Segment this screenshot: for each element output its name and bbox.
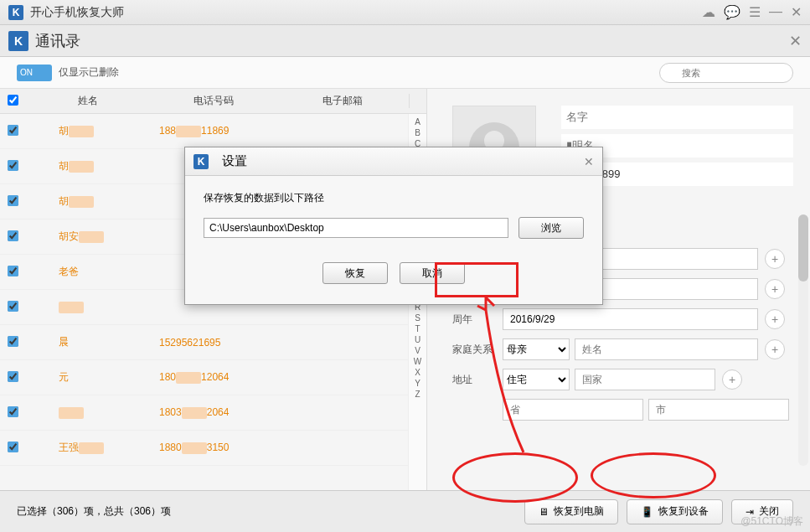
row-phone: 180▮▮12064 — [151, 371, 276, 384]
alpha-letter[interactable]: Y — [415, 379, 420, 388]
row-name: ▮ — [25, 301, 151, 313]
anniversary-input[interactable] — [503, 308, 758, 330]
row-name: 元 — [25, 370, 151, 385]
alpha-letter[interactable]: U — [415, 335, 420, 344]
row-checkbox[interactable] — [8, 160, 18, 171]
add-address-button[interactable]: + — [722, 369, 742, 390]
row-checkbox[interactable] — [8, 195, 18, 206]
row-phone: 15295621695 — [151, 337, 276, 349]
address-city-input[interactable] — [648, 399, 789, 421]
table-header: 姓名 电话号码 电子邮箱 — [0, 89, 426, 114]
add-extra-button[interactable]: + — [765, 249, 785, 269]
alpha-letter[interactable]: S — [415, 313, 420, 323]
row-name: 胡▮▮ — [25, 124, 151, 138]
device-icon: 📱 — [641, 506, 653, 518]
close-icon[interactable]: ✕ — [791, 4, 802, 20]
alpha-letter[interactable]: Z — [415, 390, 420, 399]
row-name: 晨 — [25, 335, 151, 349]
window-titlebar: K 开心手机恢复大师 ☁ 💬 ☰ — ✕ — [0, 0, 810, 25]
address-label: 地址 — [452, 373, 503, 387]
anniversary-label: 周年 — [452, 312, 503, 327]
modal-label: 保存恢复的数据到以下路径 — [204, 191, 584, 205]
family-relation-select[interactable]: 母亲 — [503, 338, 570, 360]
select-all-checkbox[interactable] — [8, 95, 18, 106]
modal-logo-icon: K — [193, 154, 209, 169]
row-checkbox[interactable] — [8, 266, 18, 276]
row-name: 老爸 — [25, 265, 151, 279]
detail-scrollbar[interactable] — [798, 214, 808, 466]
settings-modal: K 设置 ✕ 保存恢复的数据到以下路径 浏览 恢复 取消 — [184, 147, 603, 305]
cancel-button[interactable]: 取消 — [400, 262, 465, 284]
alpha-letter[interactable]: B — [415, 128, 420, 137]
table-row[interactable]: 王强▮ 1880▮▮3150 — [0, 431, 408, 466]
add-family-button[interactable]: + — [765, 339, 785, 359]
col-phone: 电话号码 — [151, 94, 276, 108]
row-checkbox[interactable] — [8, 336, 18, 347]
save-path-input[interactable] — [204, 218, 508, 238]
minimize-icon[interactable]: — — [769, 4, 782, 20]
browse-button[interactable]: 浏览 — [519, 217, 584, 239]
row-phone: 188▮▮11869 — [151, 125, 276, 137]
menu-icon[interactable]: ☰ — [749, 4, 761, 20]
section-close-icon[interactable]: ✕ — [789, 32, 802, 50]
alpha-letter[interactable]: A — [415, 117, 420, 127]
family-label: 家庭关系 — [452, 343, 503, 357]
table-row[interactable]: 元 180▮▮12064 — [0, 360, 408, 395]
row-checkbox[interactable] — [8, 406, 18, 417]
name-field[interactable] — [561, 106, 793, 129]
row-phone: 1803▮▮2064 — [151, 406, 276, 419]
row-name: 胡▮ — [25, 194, 151, 209]
col-email: 电子邮箱 — [276, 94, 410, 108]
restore-to-pc-button[interactable]: 🖥恢复到电脑 — [524, 499, 618, 524]
col-name: 姓名 — [25, 94, 151, 108]
app-title: 开心手机恢复大师 — [30, 5, 124, 20]
address-type-select[interactable]: 住宅 — [503, 369, 570, 390]
selection-status: 已选择（306）项，总共（306）项 — [17, 504, 171, 519]
app-logo-icon: K — [8, 5, 23, 20]
toolbar: ON 仅显示已删除 — [0, 57, 810, 89]
row-checkbox[interactable] — [8, 442, 18, 452]
table-row[interactable]: 晨 15295621695 — [0, 325, 408, 360]
search-input[interactable] — [659, 63, 793, 83]
restore-to-device-button[interactable]: 📱恢复到设备 — [627, 499, 723, 524]
row-name: ▮ — [25, 406, 151, 419]
alpha-letter[interactable]: X — [415, 368, 420, 377]
alpha-letter[interactable]: V — [415, 346, 420, 355]
address-country-input[interactable] — [575, 369, 715, 390]
section-logo-icon: K — [8, 31, 28, 51]
restore-button[interactable]: 恢复 — [322, 262, 388, 284]
modal-title: 设置 — [222, 153, 247, 169]
row-checkbox[interactable] — [8, 301, 18, 312]
alpha-letter[interactable]: T — [415, 324, 420, 333]
alpha-letter[interactable]: W — [414, 357, 421, 366]
add-url-button[interactable]: + — [765, 279, 785, 299]
row-checkbox[interactable] — [8, 371, 18, 382]
row-checkbox[interactable] — [8, 230, 18, 241]
row-name: 胡▮▮ — [25, 159, 151, 173]
table-row[interactable]: 胡▮▮ 188▮▮11869 — [0, 114, 408, 149]
row-checkbox[interactable] — [8, 125, 18, 136]
deleted-only-label: 仅显示已删除 — [59, 65, 119, 80]
wechat-icon[interactable]: ☁ — [702, 4, 715, 20]
address-prov-input[interactable] — [503, 399, 643, 421]
row-name: 胡安▮ — [25, 230, 151, 244]
row-phone: 1880▮▮3150 — [151, 442, 276, 454]
row-name: 王强▮ — [25, 441, 151, 455]
section-header: K 通讯录 ✕ — [0, 25, 810, 57]
table-row[interactable]: ▮ 1803▮▮2064 — [0, 395, 408, 431]
section-title: 通讯录 — [35, 31, 80, 51]
deleted-only-toggle[interactable]: ON — [17, 65, 52, 81]
pc-icon: 🖥 — [539, 506, 549, 518]
watermark-cto: @51CTO博客 — [740, 514, 803, 529]
modal-close-icon[interactable]: ✕ — [584, 155, 594, 168]
chat-icon[interactable]: 💬 — [724, 4, 740, 20]
family-name-input[interactable] — [575, 338, 758, 360]
footer: 已选择（306）项，总共（306）项 🖥恢复到电脑 📱恢复到设备 ⇥关闭 — [0, 490, 810, 532]
add-anniversary-button[interactable]: + — [765, 309, 785, 329]
